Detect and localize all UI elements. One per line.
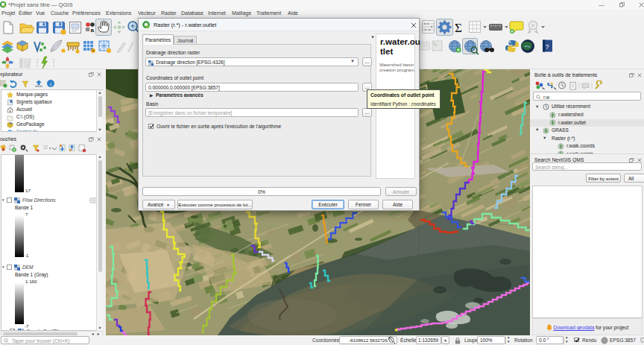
svg-text:i: i xyxy=(50,81,51,87)
svg-text:?: ? xyxy=(545,43,549,51)
svg-text:Σ: Σ xyxy=(455,21,462,35)
svg-text:a: a xyxy=(91,27,95,34)
svg-text:© 2023 Google: © 2023 Google xyxy=(438,246,465,250)
